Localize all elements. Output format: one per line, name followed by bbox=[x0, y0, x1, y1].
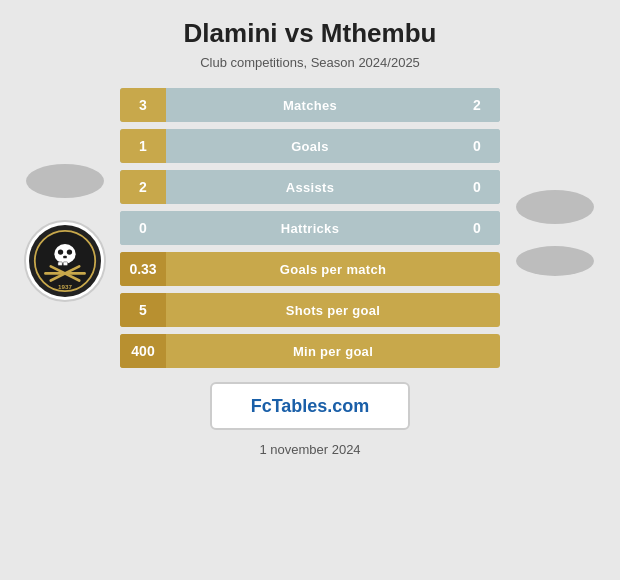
stat-left-val: 0 bbox=[120, 211, 166, 245]
left-avatar-oval bbox=[26, 164, 104, 198]
stat-row-assists: 2 Assists 0 bbox=[120, 170, 500, 204]
svg-rect-6 bbox=[63, 262, 67, 266]
stat-row-matches: 3 Matches 2 bbox=[120, 88, 500, 122]
stat-label: Goals per match bbox=[166, 262, 500, 277]
stat-label: Assists bbox=[166, 180, 454, 195]
stat-left-val: 5 bbox=[120, 293, 166, 327]
stats-column: 3 Matches 2 1 Goals 0 2 Assists 0 0 Hatt… bbox=[120, 88, 500, 368]
pirates-logo: 1937 bbox=[29, 225, 101, 297]
svg-point-3 bbox=[67, 249, 72, 254]
right-avatar-oval-bottom bbox=[516, 246, 594, 276]
stat-left-val: 0.33 bbox=[120, 252, 166, 286]
stat-row-shots-per-goal: 5 Shots per goal bbox=[120, 293, 500, 327]
svg-point-1 bbox=[54, 244, 75, 264]
stat-label: Goals bbox=[166, 139, 454, 154]
svg-text:1937: 1937 bbox=[58, 283, 72, 290]
stat-row-min-per-goal: 400 Min per goal bbox=[120, 334, 500, 368]
stat-right-val: 0 bbox=[454, 129, 500, 163]
fctables-text: FcTables.com bbox=[251, 396, 370, 417]
fctables-badge: FcTables.com bbox=[210, 382, 410, 430]
stat-row-hattricks: 0 Hattricks 0 bbox=[120, 211, 500, 245]
right-avatar-oval-top bbox=[516, 190, 594, 224]
stat-left-val: 3 bbox=[120, 88, 166, 122]
stat-left-val: 400 bbox=[120, 334, 166, 368]
comparison-area: 1937 3 Matches 2 1 Goals 0 2 Assists 0 0… bbox=[10, 88, 610, 368]
stat-right-val: 2 bbox=[454, 88, 500, 122]
stat-label: Shots per goal bbox=[166, 303, 500, 318]
stat-row-goals-per-match: 0.33 Goals per match bbox=[120, 252, 500, 286]
right-player-area bbox=[500, 180, 610, 276]
stat-left-val: 1 bbox=[120, 129, 166, 163]
fctables-fc: Fc bbox=[251, 396, 272, 416]
stat-row-goals: 1 Goals 0 bbox=[120, 129, 500, 163]
date-footer: 1 november 2024 bbox=[259, 442, 360, 457]
fctables-tables: Tables.com bbox=[272, 396, 370, 416]
page-subtitle: Club competitions, Season 2024/2025 bbox=[200, 55, 420, 70]
stat-right-val: 0 bbox=[454, 211, 500, 245]
stat-label: Hattricks bbox=[166, 221, 454, 236]
svg-rect-4 bbox=[63, 256, 67, 259]
page-wrapper: Dlamini vs Mthembu Club competitions, Se… bbox=[0, 0, 620, 580]
stat-left-val: 2 bbox=[120, 170, 166, 204]
svg-rect-5 bbox=[58, 262, 62, 266]
stat-label: Min per goal bbox=[166, 344, 500, 359]
left-club-badge: 1937 bbox=[24, 220, 106, 302]
svg-point-2 bbox=[58, 249, 63, 254]
stat-right-val: 0 bbox=[454, 170, 500, 204]
stat-label: Matches bbox=[166, 98, 454, 113]
left-player-area: 1937 bbox=[10, 154, 120, 302]
page-title: Dlamini vs Mthembu bbox=[184, 18, 437, 49]
